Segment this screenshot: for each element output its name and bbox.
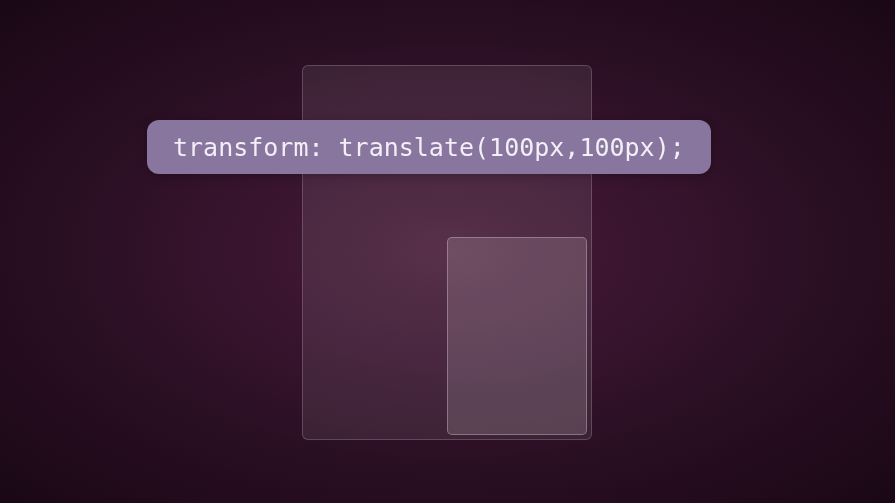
code-snippet-text: transform: translate(100px,100px); — [173, 133, 685, 162]
slide-stage: transform: translate(100px,100px); — [0, 0, 895, 503]
code-snippet-bar: transform: translate(100px,100px); — [147, 120, 711, 174]
translated-box — [447, 237, 587, 435]
